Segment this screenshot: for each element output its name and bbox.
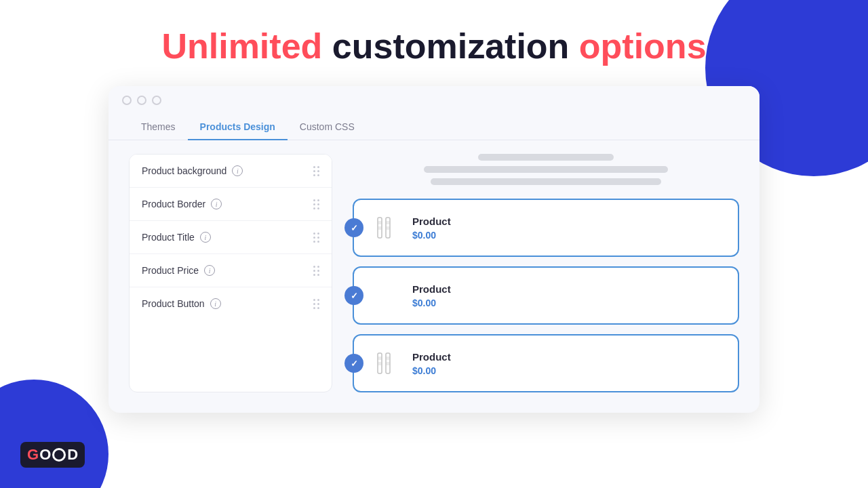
left-panel: Product background i Product Border i	[129, 154, 332, 392]
product-price-info-icon[interactable]: i	[204, 265, 215, 276]
product-title-label: Product Title	[142, 232, 195, 243]
product-name-3: Product	[412, 351, 451, 363]
tab-custom-css[interactable]: Custom CSS	[288, 115, 367, 140]
product-check-badge-2: ✓	[344, 286, 363, 305]
title-word-unlimited: Unlimited	[161, 26, 322, 66]
right-panel: ✓ Product $0.00	[353, 154, 739, 392]
svg-rect-10	[386, 357, 390, 360]
product-check-badge-3: ✓	[344, 354, 363, 373]
content-area: Product background i Product Border i	[108, 140, 760, 392]
product-background-info-icon[interactable]: i	[232, 165, 243, 176]
logo-d: D	[67, 446, 78, 464]
product-icon-svg-3	[371, 350, 398, 377]
product-info-2: Product $0.00	[412, 283, 451, 308]
product-price-2: $0.00	[412, 298, 451, 308]
product-title-drag[interactable]	[313, 232, 319, 243]
skeleton-lines	[353, 154, 739, 185]
settings-row-product-border: Product Border i	[130, 188, 332, 221]
product-icon-svg-1	[371, 214, 398, 241]
svg-rect-5	[386, 226, 390, 230]
product-info-1: Product $0.00	[412, 216, 451, 241]
svg-rect-8	[378, 362, 382, 365]
product-name-1: Product	[412, 216, 451, 227]
product-title-info-icon[interactable]: i	[200, 232, 211, 243]
product-border-drag[interactable]	[313, 199, 319, 209]
browser-topbar	[108, 86, 760, 115]
logo-area: G O D	[20, 442, 85, 468]
logo-o1: O	[39, 446, 51, 464]
product-icon-area-1	[368, 211, 401, 245]
product-border-label: Product Border	[142, 199, 205, 209]
browser-dot-1	[122, 96, 132, 105]
browser-dot-3	[152, 96, 161, 105]
product-name-2: Product	[412, 283, 451, 295]
settings-row-product-price: Product Price i	[130, 254, 332, 287]
product-card-2: ✓ Product $0.00	[353, 266, 739, 325]
skeleton-line-2	[424, 166, 668, 173]
product-background-label: Product background	[142, 165, 226, 176]
browser-window: Themes Products Design Custom CSS Produc…	[108, 86, 760, 413]
logo-o2	[52, 448, 66, 462]
product-info-3: Product $0.00	[412, 351, 451, 376]
skeleton-line-3	[431, 178, 661, 185]
product-check-badge-1: ✓	[344, 218, 363, 237]
product-border-info-icon[interactable]: i	[211, 199, 222, 209]
product-price-1: $0.00	[412, 230, 451, 241]
product-price-drag[interactable]	[313, 266, 319, 276]
browser-dot-2	[137, 96, 146, 105]
svg-rect-4	[386, 221, 390, 224]
page-title: Unlimited customization options	[0, 27, 868, 66]
skeleton-line-1	[478, 154, 614, 161]
header: Unlimited customization options	[0, 0, 868, 86]
product-price-label: Product Price	[142, 265, 199, 276]
product-background-drag[interactable]	[313, 166, 319, 176]
product-button-drag[interactable]	[313, 299, 319, 309]
product-card-1: ✓ Product $0.00	[353, 199, 739, 257]
title-word-customization: customization	[332, 26, 570, 66]
product-button-info-icon[interactable]: i	[210, 298, 221, 309]
logo-g: G	[27, 446, 39, 464]
tab-products-design[interactable]: Products Design	[188, 115, 288, 140]
tabs-bar: Themes Products Design Custom CSS	[108, 115, 760, 140]
svg-rect-2	[378, 226, 382, 230]
tab-themes[interactable]: Themes	[129, 115, 188, 140]
product-card-3: ✓ Product $0.00	[353, 334, 739, 392]
product-price-3: $0.00	[412, 365, 451, 376]
svg-rect-11	[386, 362, 390, 365]
settings-row-product-title: Product Title i	[130, 221, 332, 254]
svg-rect-1	[378, 221, 382, 224]
logo: G O D	[20, 442, 85, 468]
product-button-label: Product Button	[142, 298, 205, 309]
settings-row-product-button: Product Button i	[130, 287, 332, 320]
svg-rect-7	[378, 357, 382, 360]
bg-circle-bottom-left	[0, 380, 108, 488]
settings-row-product-background: Product background i	[130, 155, 332, 188]
title-word-options: options	[579, 26, 707, 66]
product-cards: ✓ Product $0.00	[353, 199, 739, 392]
product-icon-area-3	[368, 346, 401, 380]
